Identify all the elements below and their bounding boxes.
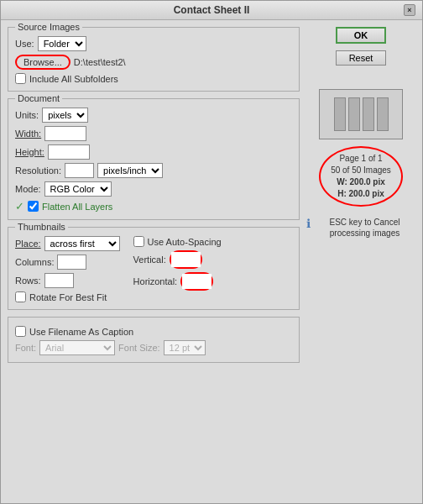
folder-path: D:\test\test2\ xyxy=(74,57,126,67)
flatten-row: ✓ Flatten All Layers xyxy=(15,200,292,213)
columns-input[interactable]: 10 xyxy=(57,255,86,270)
use-row: Use: Folder xyxy=(15,36,292,51)
font-label: Font: xyxy=(15,343,36,353)
place-label: Place: xyxy=(15,239,41,249)
left-panel: Source Images Use: Folder Browse... D:\t… xyxy=(8,27,300,496)
resolution-input[interactable]: 72 xyxy=(65,163,94,178)
horizontal-row: Horizontal: 0 xyxy=(133,272,222,291)
vertical-label: Vertical: xyxy=(133,255,166,265)
ok-button[interactable]: OK xyxy=(336,27,386,44)
document-section: Document Units: pixels Width: 2000 Heigh… xyxy=(8,98,300,220)
rotate-row: Rotate For Best Fit xyxy=(15,291,120,302)
rotate-label: Rotate For Best Fit xyxy=(29,292,107,302)
font-size-label: Font Size: xyxy=(118,343,160,353)
auto-spacing-checkbox[interactable] xyxy=(133,236,144,247)
main-content: Source Images Use: Folder Browse... D:\t… xyxy=(1,20,422,503)
resolution-row: Resolution: 72 pixels/inch xyxy=(15,163,292,178)
esc-row: ℹ ESC key to Cancel processing images xyxy=(306,217,415,239)
thumbnails-body: Place: across first Columns: 10 Rows: 5 xyxy=(15,233,292,302)
font-row: Font: Arial Font Size: 12 pt xyxy=(15,340,292,355)
close-button[interactable]: × xyxy=(404,4,415,16)
caption-checkbox[interactable] xyxy=(15,326,26,337)
images-info: 50 of 50 Images xyxy=(326,165,396,176)
preview-strip-2 xyxy=(348,97,360,131)
rows-row: Rows: 5 xyxy=(15,273,120,288)
info-box: Page 1 of 1 50 of 50 Images W: 200.0 pix… xyxy=(319,146,403,207)
contact-sheet-dialog: Contact Sheet II × Source Images Use: Fo… xyxy=(0,0,423,504)
height-label: Height: xyxy=(15,147,44,157)
horizontal-label: Horizontal: xyxy=(133,276,178,286)
document-title: Document xyxy=(15,93,62,103)
source-images-title: Source Images xyxy=(15,22,82,32)
dialog-title: Contact Sheet II xyxy=(174,4,250,16)
page-info: Page 1 of 1 xyxy=(326,153,396,165)
resolution-label: Resolution: xyxy=(15,165,61,176)
mode-select[interactable]: RGB Color xyxy=(44,181,112,197)
height-row: Height: 1000 xyxy=(15,144,292,160)
units-select[interactable]: pixels xyxy=(42,108,88,123)
esc-text: ESC key to Cancel processing images xyxy=(314,217,415,239)
columns-row: Columns: 10 xyxy=(15,255,120,270)
mode-row: Mode: RGB Color xyxy=(15,181,292,197)
height-info: H: 200.0 pix xyxy=(326,188,396,200)
units-row: Units: pixels xyxy=(15,108,292,123)
vertical-input[interactable]: 0 xyxy=(171,252,201,267)
preview-strips xyxy=(331,94,392,134)
font-select[interactable]: Arial xyxy=(39,340,115,355)
use-label: Use: xyxy=(15,39,34,49)
width-label: Width: xyxy=(15,129,41,139)
rows-label: Rows: xyxy=(15,276,41,286)
preview-strip-4 xyxy=(377,97,389,131)
flatten-label: Flatten All Layers xyxy=(42,202,112,212)
thumbnails-section: Thumbnails Place: across first Columns: … xyxy=(8,227,300,310)
height-input[interactable]: 1000 xyxy=(48,144,90,160)
caption-row: Use Filename As Caption xyxy=(15,326,292,337)
subfolders-row: Include All Subfolders xyxy=(15,73,292,84)
resolution-unit-select[interactable]: pixels/inch xyxy=(97,163,163,178)
preview-strip-1 xyxy=(334,97,346,131)
horizontal-input[interactable]: 0 xyxy=(182,274,212,289)
preview-strip-3 xyxy=(363,97,374,131)
columns-label: Columns: xyxy=(15,257,54,267)
rotate-checkbox[interactable] xyxy=(15,291,26,302)
rows-input[interactable]: 5 xyxy=(44,273,74,288)
font-size-select[interactable]: 12 pt xyxy=(164,340,206,355)
reset-button[interactable]: Reset xyxy=(336,50,386,66)
thumbnails-left: Place: across first Columns: 10 Rows: 5 xyxy=(15,233,120,302)
flatten-checkbox[interactable] xyxy=(28,201,39,212)
auto-spacing-label: Use Auto-Spacing xyxy=(148,237,222,247)
include-subfolders-checkbox[interactable] xyxy=(15,73,26,84)
place-row: Place: across first xyxy=(15,236,120,251)
right-panel: OK Reset Page 1 of 1 50 of 50 Images W: … xyxy=(306,27,415,496)
width-info: W: 200.0 pix xyxy=(326,176,396,188)
horizontal-highlight: 0 xyxy=(180,272,213,291)
thumbnails-title: Thumbnails xyxy=(15,222,68,232)
title-bar: Contact Sheet II × xyxy=(1,1,422,20)
use-select[interactable]: Folder xyxy=(38,36,86,51)
place-select[interactable]: across first xyxy=(44,236,120,251)
units-label: Units: xyxy=(15,110,39,120)
auto-spacing-row: Use Auto-Spacing xyxy=(133,236,222,247)
mode-label: Mode: xyxy=(15,184,41,194)
check-icon: ✓ xyxy=(15,200,24,213)
preview-box xyxy=(319,89,403,139)
width-row: Width: 2000 xyxy=(15,126,292,141)
caption-section: Use Filename As Caption Font: Arial Font… xyxy=(8,317,300,363)
source-images-section: Source Images Use: Folder Browse... D:\t… xyxy=(8,27,300,92)
width-input[interactable]: 2000 xyxy=(44,126,86,141)
vertical-row: Vertical: 0 xyxy=(133,250,222,269)
vertical-highlight: 0 xyxy=(170,250,202,269)
browse-row: Browse... D:\test\test2\ xyxy=(15,55,292,70)
browse-button[interactable]: Browse... xyxy=(15,55,70,70)
caption-label: Use Filename As Caption xyxy=(29,327,133,337)
include-subfolders-label: Include All Subfolders xyxy=(29,74,118,84)
info-icon: ℹ xyxy=(306,217,311,230)
thumbnails-right: Use Auto-Spacing Vertical: 0 Horizontal:… xyxy=(133,233,222,302)
